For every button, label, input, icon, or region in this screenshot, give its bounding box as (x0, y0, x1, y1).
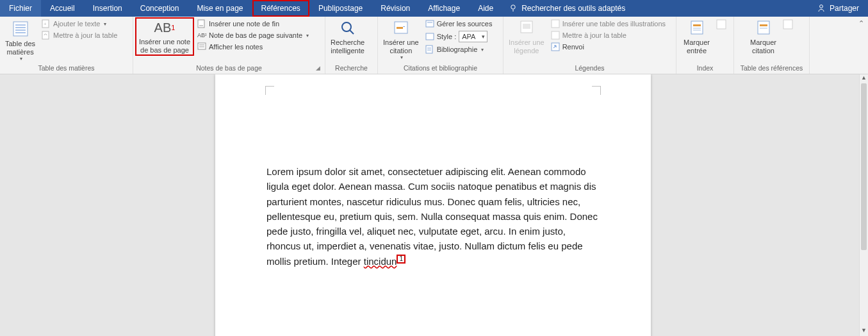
scroll-up-arrow[interactable]: ▲ (860, 74, 868, 83)
mark-citation-label: Marquer citation (750, 38, 776, 55)
footnote-icon: AB1 (151, 19, 179, 37)
vertical-scrollbar[interactable]: ▲ ▼ (859, 74, 868, 336)
svg-text:AB¹: AB¹ (197, 32, 206, 38)
insert-endnote-button[interactable]: Insérer une note de fin (195, 18, 311, 29)
insert-footnote-button[interactable]: AB1 Insérer une note de bas de page (136, 18, 193, 55)
insert-index-button[interactable] (714, 18, 729, 31)
manage-sources-button[interactable]: Gérer les sources (423, 18, 495, 29)
footnotes-launcher[interactable]: ◢ (316, 65, 323, 72)
cross-ref-button[interactable]: Renvoi (548, 41, 668, 53)
chevron-down-icon: ▾ (400, 55, 403, 60)
group-toa: Marquer citation Table des références (734, 17, 810, 74)
mark-entry-label: Marquer entrée (684, 38, 710, 55)
footnote-mark[interactable]: 1 (397, 255, 405, 264)
tab-revision[interactable]: Révision (372, 0, 419, 17)
smart-lookup-button[interactable]: Recherche intelligente (328, 18, 367, 56)
document-area[interactable]: Lorem ipsum dolor sit amet, consectetuer… (0, 74, 859, 336)
tab-conception[interactable]: Conception (131, 0, 188, 17)
svg-rect-25 (426, 46, 432, 53)
svg-text:-: - (403, 22, 405, 29)
svg-rect-11 (198, 20, 204, 28)
insert-tof-button[interactable]: Insérer une table des illustrations (548, 18, 668, 29)
tab-accueil[interactable]: Accueil (41, 0, 84, 17)
update-captions-button[interactable]: Mettre à jour la table (548, 29, 668, 41)
svg-rect-31 (552, 31, 559, 39)
tab-fichier[interactable]: Fichier (0, 0, 41, 17)
mark-entry-button[interactable]: Marquer entrée (681, 18, 712, 56)
tab-references[interactable]: Références (252, 0, 309, 17)
svg-rect-41 (783, 20, 792, 29)
show-notes-label: Afficher les notes (209, 43, 263, 51)
margin-marker-tl (265, 86, 274, 95)
smart-lookup-label: Recherche intelligente (331, 38, 364, 55)
svg-line-18 (350, 30, 354, 34)
add-text-icon: + (42, 19, 51, 28)
svg-rect-38 (758, 21, 769, 34)
tab-publipostage[interactable]: Publipostage (309, 0, 372, 17)
svg-rect-22 (426, 21, 434, 27)
insert-toa-icon (783, 19, 793, 29)
insert-caption-button[interactable]: Insérer une légende (506, 18, 547, 56)
svg-rect-20 (397, 27, 403, 29)
show-notes-button[interactable]: Afficher les notes (195, 41, 311, 53)
tab-affichage[interactable]: Affichage (419, 0, 469, 17)
paragraph-text: Lorem ipsum dolor sit amet, consectetuer… (266, 166, 598, 267)
manage-sources-icon (425, 19, 434, 28)
group-toa-label: Table des références (737, 63, 807, 74)
citation-icon: - (392, 19, 410, 37)
insert-toa-button[interactable] (780, 18, 796, 31)
collapse-ribbon-icon[interactable]: ⌃ (858, 19, 864, 28)
margin-marker-tr (592, 86, 601, 95)
cross-ref-label: Renvoi (562, 43, 584, 51)
svg-rect-24 (426, 33, 434, 40)
svg-rect-34 (693, 24, 701, 26)
svg-point-0 (511, 5, 515, 9)
group-toc-label: Table des matières (3, 63, 130, 74)
svg-rect-14 (198, 43, 206, 49)
tab-insertion[interactable]: Insertion (84, 0, 131, 17)
svg-point-17 (342, 22, 351, 31)
mark-citation-button[interactable]: Marquer citation (748, 18, 779, 56)
add-text-button[interactable]: + Ajouter le texte ▾ (39, 18, 120, 29)
spelling-error[interactable]: tincidun (364, 256, 397, 267)
svg-rect-3 (13, 22, 28, 36)
group-footnotes: AB1 Insérer une note de bas de page Insé… (133, 17, 325, 74)
caption-icon (518, 19, 536, 37)
chevron-down-icon: ▾ (306, 33, 309, 38)
share-label: Partager (830, 4, 859, 13)
bibliography-button[interactable]: Bibliographie ▾ (423, 44, 495, 55)
tellme-search[interactable]: Rechercher des outils adaptés (502, 0, 632, 17)
tab-mise-en-page[interactable]: Mise en page (188, 0, 252, 17)
toc-button[interactable]: Table des matières ▾ (3, 18, 38, 63)
svg-rect-33 (691, 21, 703, 34)
update-toc-button[interactable]: Mettre à jour la table (39, 29, 120, 41)
tab-bar: Fichier Accueil Insertion Conception Mis… (0, 0, 868, 17)
svg-text:+: + (44, 21, 47, 27)
insert-tof-label: Insérer une table des illustrations (562, 20, 666, 28)
update-captions-label: Mettre à jour la table (562, 31, 626, 39)
scroll-down-arrow[interactable]: ▼ (860, 327, 868, 336)
ribbon: Table des matières ▾ + Ajouter le texte … (0, 17, 868, 74)
ab-text: AB (154, 21, 172, 35)
tab-aide[interactable]: Aide (469, 0, 502, 17)
group-research-label: Recherche (328, 63, 375, 74)
group-index: Marquer entrée Index (676, 17, 734, 74)
style-select-row: Style : APA (423, 29, 495, 44)
chevron-down-icon: ▾ (20, 56, 22, 62)
body-text[interactable]: Lorem ipsum dolor sit amet, consectetuer… (266, 164, 600, 269)
style-select[interactable]: APA (459, 31, 487, 42)
group-index-label: Index (679, 63, 731, 74)
add-text-label: Ajouter le texte (53, 20, 100, 28)
share-button[interactable]: Partager (808, 0, 868, 17)
update-toc-label: Mettre à jour la table (53, 31, 117, 39)
sup-1: 1 (171, 24, 175, 32)
scroll-thumb[interactable] (861, 83, 867, 250)
mark-entry-icon (688, 19, 706, 37)
insert-citation-button[interactable]: - Insérer une citation ▾ (381, 18, 422, 62)
chevron-down-icon: ▾ (104, 21, 106, 27)
style-icon (425, 32, 434, 41)
chevron-down-icon: ▾ (481, 47, 484, 53)
toc-label: Table des matières (5, 40, 35, 56)
refresh-icon (551, 31, 560, 40)
next-footnote-button[interactable]: AB¹ Note de bas de page suivante ▾ (195, 29, 311, 41)
